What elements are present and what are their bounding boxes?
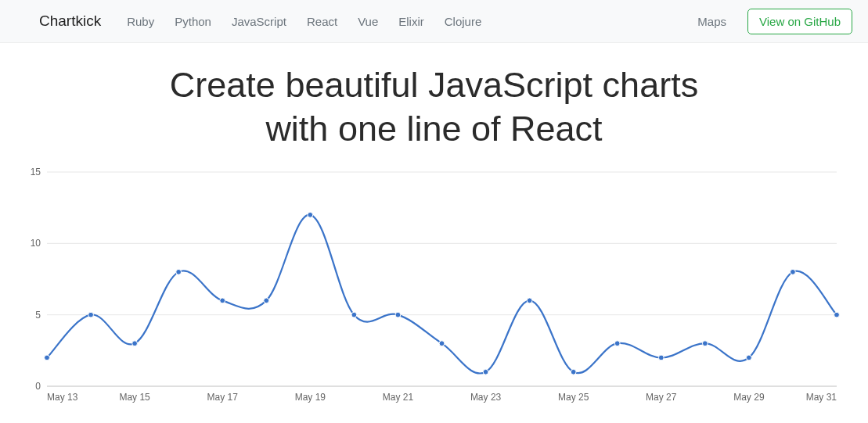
x-tick-label: May 19 (295, 392, 326, 403)
data-point[interactable] (614, 340, 620, 346)
y-tick-label: 5 (35, 309, 41, 320)
data-point[interactable] (483, 369, 488, 375)
x-tick-label: May 13 (47, 392, 78, 403)
data-point[interactable] (834, 312, 840, 317)
data-point[interactable] (658, 355, 664, 360)
x-tick-label: May 15 (119, 392, 150, 403)
x-tick-label: May 25 (558, 392, 589, 403)
x-tick-label: May 17 (207, 392, 239, 403)
y-tick-label: 10 (31, 238, 41, 249)
x-tick-label: May 31 (806, 392, 837, 403)
nav-link-ruby[interactable]: Ruby (120, 10, 161, 33)
page-title-line1: Create beautiful JavaScript charts (170, 65, 698, 105)
nav-link-maps[interactable]: Maps (690, 10, 733, 33)
nav-link-javascript[interactable]: JavaScript (225, 10, 294, 33)
data-point[interactable] (527, 298, 532, 303)
data-point[interactable] (702, 340, 708, 346)
y-tick-label: 15 (31, 167, 41, 177)
data-point[interactable] (791, 269, 796, 274)
series-line (47, 214, 837, 373)
data-point[interactable] (176, 269, 182, 274)
x-tick-label: May 21 (383, 392, 414, 403)
chart-container: 051015May 13May 15May 17May 19May 21May … (0, 166, 868, 416)
page-title: Create beautiful JavaScript charts with … (31, 63, 837, 152)
data-point[interactable] (45, 355, 50, 360)
y-tick: 10 (31, 238, 837, 249)
nav-link-react[interactable]: React (300, 10, 344, 33)
line-chart: 051015May 13May 15May 17May 19May 21May … (23, 166, 845, 408)
data-point[interactable] (439, 340, 445, 346)
x-tick: May 21 (383, 392, 414, 403)
hero: Create beautiful JavaScript charts with … (0, 43, 868, 166)
y-tick: 15 (31, 167, 837, 177)
nav-link-elixir[interactable]: Elixir (391, 10, 431, 33)
nav-link-python[interactable]: Python (167, 10, 218, 33)
data-point[interactable] (308, 212, 313, 217)
x-tick: May 27 (646, 392, 677, 403)
navbar: Chartkick Ruby Python JavaScript React V… (0, 0, 868, 43)
x-tick-label: May 27 (646, 392, 677, 403)
x-tick: May 23 (470, 392, 502, 403)
data-point[interactable] (351, 312, 357, 317)
data-point[interactable] (746, 355, 751, 360)
x-tick: May 29 (733, 392, 765, 403)
x-tick: May 13 (47, 392, 78, 403)
data-point[interactable] (571, 369, 576, 375)
x-tick-label: May 23 (470, 392, 502, 403)
nav-link-vue[interactable]: Vue (351, 10, 385, 33)
data-point[interactable] (395, 312, 401, 317)
brand[interactable]: Chartkick (16, 8, 110, 34)
x-tick: May 15 (119, 392, 150, 403)
x-tick-label: May 29 (733, 392, 765, 403)
data-point[interactable] (88, 312, 94, 317)
view-on-github-button[interactable]: View on GitHub (747, 9, 852, 34)
x-tick: May 25 (558, 392, 589, 403)
data-point[interactable] (132, 340, 138, 346)
x-tick: May 31 (806, 392, 837, 403)
x-tick: May 17 (207, 392, 239, 403)
data-point[interactable] (220, 298, 225, 303)
y-tick-label: 0 (35, 381, 41, 392)
x-tick: May 19 (295, 392, 326, 403)
page-title-line2: with one line of React (265, 109, 602, 149)
nav-link-clojure[interactable]: Clojure (438, 10, 489, 33)
data-point[interactable] (264, 298, 269, 303)
